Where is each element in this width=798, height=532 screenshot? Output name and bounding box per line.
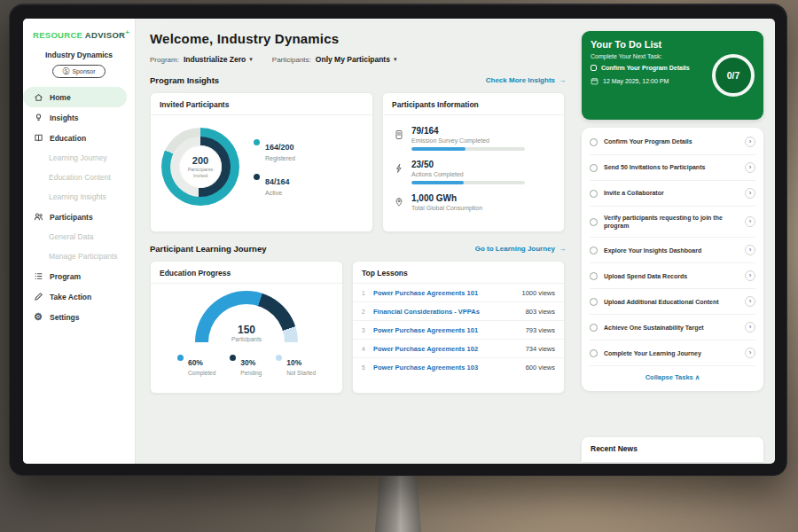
chevron-right-icon[interactable]: › [745, 245, 755, 255]
go-to-learning-journey-link[interactable]: Go to Learning Journey → [475, 245, 566, 253]
task-row-explore-insights[interactable]: Explore Your Insights Dashboard › [590, 238, 755, 263]
gauge-center-label: Participants [195, 336, 298, 342]
legend-item-registered: 164/200 Registered [254, 137, 295, 161]
lesson-row: 3 Power Purchase Agreements 101 793 view… [353, 321, 564, 340]
stat-value: 23/50 [411, 160, 525, 169]
chevron-right-icon[interactable]: › [745, 216, 755, 227]
filters-row: Program: Industrialize Zero ▾ Participan… [150, 55, 566, 64]
program-filter[interactable]: Program: Industrialize Zero ▾ [150, 55, 253, 64]
lesson-link[interactable]: Financial Considerations - VPPAs [373, 308, 520, 316]
program-filter-label: Program: [150, 56, 179, 64]
progress-bar [411, 147, 525, 151]
lesson-rank: 3 [362, 327, 367, 333]
task-checkbox[interactable] [590, 298, 598, 306]
chevron-up-icon: ∧ [695, 373, 700, 381]
stat-label: Actions Completed [411, 171, 525, 177]
task-row-complete-learning-journey[interactable]: Complete Your Learning Journey › [590, 340, 755, 366]
sidebar-item-settings[interactable]: ⚙ Settings [23, 307, 135, 327]
chevron-right-icon[interactable]: › [745, 188, 755, 199]
legend-dot-light-blue [276, 355, 282, 361]
task-row-confirm-program[interactable]: Confirm Your Program Details › [590, 129, 755, 155]
task-checkbox[interactable] [590, 138, 598, 146]
todo-progress-value: 0/7 [727, 70, 740, 81]
lesson-views: 793 views [526, 326, 555, 334]
task-checkbox[interactable] [590, 324, 598, 332]
checkbox-icon[interactable] [591, 65, 597, 71]
sidebar-item-education-content[interactable]: Education Content [23, 168, 135, 187]
chevron-right-icon[interactable]: › [745, 348, 755, 358]
task-checkbox[interactable] [590, 190, 598, 198]
lesson-rank: 2 [362, 309, 367, 315]
task-row-upload-educational-content[interactable]: Upload Additional Educational Content › [590, 289, 755, 315]
task-row-achieve-target[interactable]: Achieve One Sustainability Target › [590, 315, 755, 340]
stat-label: Total Global Consumption [411, 205, 482, 211]
program-icon [33, 271, 43, 282]
link-label: Go to Learning Journey [475, 245, 555, 253]
main-content: Welcome, Industry Dynamics Program: Indu… [136, 19, 575, 464]
stat-global-consumption: 1,000 GWh Total Global Consumption [394, 189, 553, 215]
chevron-right-icon[interactable]: › [745, 137, 755, 147]
sidebar-item-general-data[interactable]: General Data [23, 227, 135, 246]
legend-label: Pending [240, 370, 262, 376]
sidebar-item-label: Program [50, 272, 81, 281]
sidebar-item-label: Education Content [49, 173, 111, 182]
program-filter-value: Industrialize Zero [184, 55, 246, 64]
participants-information-card: Participants Information 79/164 Emission… [382, 92, 565, 232]
sidebar-item-label: Learning Insights [49, 192, 106, 201]
legend-value: 84/164 [265, 177, 290, 186]
legend-label: Completed [188, 370, 215, 376]
sidebar-item-manage-participants[interactable]: Manage Participants [23, 246, 135, 266]
task-checkbox[interactable] [590, 272, 598, 280]
task-checkbox[interactable] [590, 246, 598, 254]
sidebar-item-learning-journey[interactable]: Learning Journey [23, 148, 135, 168]
monitor-bezel: RESOURCE ADVISOR+ Industry Dynamics Ⓢ Sp… [9, 4, 787, 476]
program-insights-section-header: Program Insights Check More Insights → [150, 75, 566, 85]
recent-news-title: Recent News [591, 444, 638, 453]
card-title: Invited Participants [151, 93, 372, 115]
lesson-link[interactable]: Power Purchase Agreements 101 [373, 326, 520, 334]
sidebar-item-participants[interactable]: Participants [23, 207, 135, 227]
check-more-insights-link[interactable]: Check More Insights → [486, 76, 566, 84]
lesson-rank: 5 [362, 364, 367, 371]
lesson-views: 1000 views [521, 289, 555, 297]
arrow-right-icon: → [559, 245, 566, 253]
stat-label: Emission Survey Completed [411, 137, 525, 144]
chevron-down-icon: ▾ [394, 56, 397, 63]
legend-dot-blue [177, 355, 184, 361]
sidebar-item-program[interactable]: Program [23, 266, 135, 286]
chevron-right-icon[interactable]: › [745, 322, 755, 332]
task-checkbox[interactable] [590, 164, 598, 172]
participants-filter-label: Participants: [272, 56, 311, 64]
task-row-verify-participants[interactable]: Verify participants requesting to join t… [590, 207, 755, 238]
chevron-right-icon[interactable]: › [745, 296, 755, 307]
lesson-link[interactable]: Power Purchase Agreements 101 [373, 289, 515, 297]
task-checkbox[interactable] [590, 218, 598, 226]
lesson-link[interactable]: Power Purchase Agreements 103 [373, 364, 520, 372]
collapse-label: Collapse Tasks [645, 373, 693, 381]
task-checkbox[interactable] [590, 349, 598, 357]
sidebar-item-learning-insights[interactable]: Learning Insights [23, 187, 135, 207]
task-row-invite-collaborator[interactable]: Invite a Collaborator › [590, 181, 755, 207]
chevron-right-icon[interactable]: › [745, 270, 755, 281]
lesson-row: 2 Financial Considerations - VPPAs 803 v… [353, 302, 564, 321]
sidebar-item-insights[interactable]: Insights [23, 107, 135, 128]
collapse-tasks-button[interactable]: Collapse Tasks ∧ [590, 366, 755, 389]
actions-icon [394, 161, 404, 172]
task-row-send-invitations[interactable]: Send 50 Invitations to Participants › [590, 155, 755, 181]
logo-plus: + [125, 28, 129, 36]
legend-value: 164/200 [265, 143, 294, 152]
legend-item-completed: 60% Completed [177, 353, 215, 376]
logo-secondary: ADVISOR [85, 30, 125, 40]
participants-filter[interactable]: Participants: Only My Participants ▾ [272, 55, 397, 64]
gauge-center-value: 150 [195, 324, 298, 336]
task-row-upload-spend-data[interactable]: Upload Spend Data Records › [590, 263, 755, 289]
lesson-link[interactable]: Power Purchase Agreements 102 [373, 345, 520, 353]
sponsor-icon: Ⓢ [62, 68, 69, 75]
lesson-views: 803 views [526, 308, 555, 316]
sidebar-item-home[interactable]: Home [23, 87, 127, 107]
invited-participants-donut-chart: 200 Participants Invited [161, 128, 239, 206]
todo-task-list: Confirm Your Program Details › Send 50 I… [582, 128, 763, 391]
sidebar-item-take-action[interactable]: Take Action [23, 286, 135, 307]
sidebar-item-education[interactable]: Education [23, 128, 135, 148]
chevron-right-icon[interactable]: › [745, 162, 755, 173]
